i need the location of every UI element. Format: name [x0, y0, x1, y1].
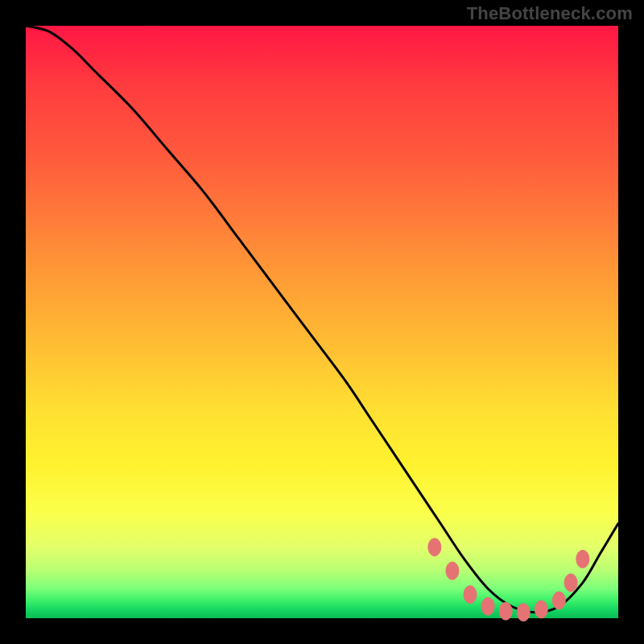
optimal-marker [446, 562, 459, 580]
optimal-marker [517, 604, 530, 621]
optimal-marker [481, 597, 494, 615]
optimal-marker [428, 539, 441, 556]
optimal-marker [564, 574, 577, 592]
optimal-marker [576, 550, 589, 568]
optimal-marker [552, 592, 565, 609]
bottleneck-curve [26, 26, 618, 613]
optimal-markers-group [428, 539, 589, 621]
optimal-marker [464, 586, 477, 604]
plot-area [26, 26, 618, 618]
attribution-watermark: TheBottleneck.com [467, 3, 633, 24]
chart-frame: TheBottleneck.com [0, 0, 644, 644]
optimal-marker [535, 601, 547, 618]
optimal-marker [499, 602, 512, 620]
curve-layer [26, 26, 618, 618]
